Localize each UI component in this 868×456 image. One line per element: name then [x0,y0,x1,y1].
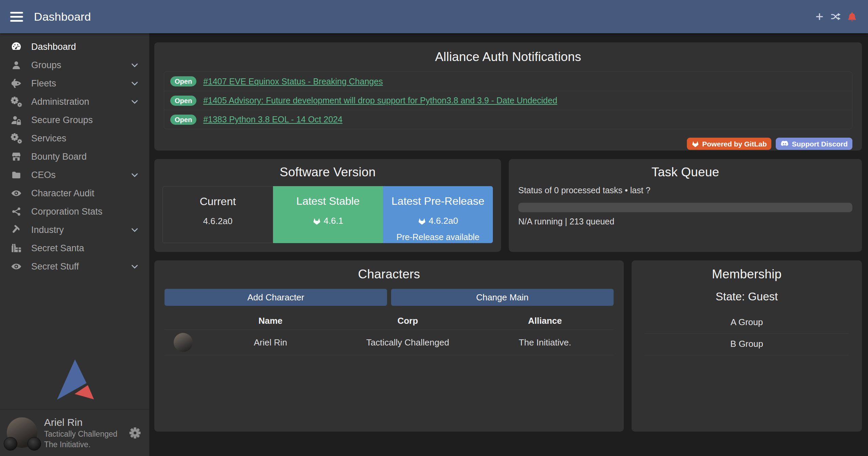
corp-logo [4,437,17,451]
discord-icon [780,141,789,147]
sidebar-item-label: Secret Stuff [31,261,79,272]
main-content: Alliance Auth Notifications Open #1407 E… [149,33,868,456]
notification-link[interactable]: #1405 Advisory: Future development will … [203,96,557,105]
user-name: Ariel Rin [44,417,117,428]
version-stable: Latest Stable 4.6.1 [273,186,383,243]
sidebar: Dashboard Groups Fleets Administration S… [0,33,149,456]
sidebar-item-label: CEOs [31,170,56,180]
menu-hamburger-icon[interactable] [10,12,23,22]
gears-icon [9,96,23,108]
characters-table: Name Corp Alliance Ariel Rin Tactically … [165,312,614,355]
notifications-title: Alliance Auth Notifications [164,50,852,64]
sidebar-item-label: Secret Santa [31,243,84,254]
hammer-icon [9,224,23,236]
navbar-left: Dashboard [10,10,91,23]
software-version-title: Software Version [154,165,501,179]
sidebar-item-label: Dashboard [31,42,76,52]
task-queue-title: Task Queue [518,165,852,179]
chevron-down-icon [130,225,139,234]
sidebar-item-services[interactable]: Services [0,129,149,147]
sidebar-item-secret-stuff[interactable]: Secret Stuff [0,257,149,276]
membership-groups: A Group B Group [644,312,849,355]
sidebar-item-secret-santa[interactable]: Secret Santa [0,239,149,257]
characters-panel: Characters Add Character Change Main Nam… [154,260,624,432]
sidebar-item-fleets[interactable]: Fleets [0,74,149,93]
membership-state: State: Guest [640,290,854,303]
gitlab-badge[interactable]: Powered by GitLab [687,138,771,150]
character-row: Ariel Rin Tactically Challenged The Init… [165,330,614,355]
characters-title: Characters [165,267,614,281]
sidebar-item-label: Fleets [31,78,56,89]
sidebar-item-label: Groups [31,60,61,71]
share-icon [9,205,23,218]
column-header-alliance: Alliance [476,316,614,326]
character-portrait [174,333,193,352]
gitlab-badge-label: Powered by GitLab [702,140,767,147]
chevron-down-icon [130,262,139,271]
version-stable-label: Latest Stable [273,195,383,207]
membership-group-item: A Group [644,312,849,334]
shuffle-icon[interactable] [830,11,842,22]
sidebar-item-label: Bounty Board [31,152,87,162]
sidebar-item-character-audit[interactable]: Character Audit [0,184,149,202]
user-icon [9,59,23,71]
add-icon[interactable] [814,11,825,22]
membership-group-item: B Group [644,334,849,355]
sidebar-item-administration[interactable]: Administration [0,93,149,111]
version-prerelease: Latest Pre-Release 4.6.2a0 Pre-Release a… [383,186,493,243]
gauge-icon [9,41,23,53]
chevron-down-icon [130,79,139,88]
add-character-button[interactable]: Add Character [165,289,387,306]
sidebar-item-industry[interactable]: Industry [0,221,149,239]
sidebar-menu: Dashboard Groups Fleets Administration S… [0,33,149,276]
sidebar-item-bounty-board[interactable]: Bounty Board [0,147,149,166]
notification-row: Open #1405 Advisory: Future development … [164,91,852,110]
alliance-logo [27,437,41,451]
version-stable-value: 4.6.1 [324,216,343,226]
version-prerelease-value: 4.6.2a0 [429,216,458,226]
status-badge: Open [170,76,196,86]
user-settings-gear-icon[interactable] [129,427,141,439]
notification-link[interactable]: #1383 Python 3.8 EOL - 14 Oct 2024 [203,115,342,124]
spaceship-icon [9,77,23,90]
alliance-auth-logo [0,359,149,401]
eye-icon [9,187,23,199]
sidebar-item-groups[interactable]: Groups [0,56,149,74]
version-prerelease-label: Latest Pre-Release [383,195,493,207]
discord-badge-label: Support Discord [792,140,848,147]
gifts-icon [9,242,23,254]
prerelease-note: Pre-Release available [383,232,493,242]
change-main-button[interactable]: Change Main [391,289,614,306]
navbar-right [814,11,858,22]
eye-icon [9,260,23,273]
software-version-panel: Software Version Current 4.6.2a0 Latest … [154,159,501,252]
status-badge: Open [170,96,196,106]
task-progress-bar [518,203,852,212]
sidebar-item-dashboard[interactable]: Dashboard [0,38,149,56]
notifications-list: Open #1407 EVE Equinox Status - Breaking… [164,72,852,129]
status-badge: Open [170,115,196,125]
page-title: Dashboard [34,10,91,23]
sidebar-item-label: Industry [31,225,64,235]
user-meta: Ariel Rin Tactically Challenged The Init… [44,417,117,449]
user-corp: Tactically Challenged [44,430,117,439]
notifications-bell-icon[interactable] [846,11,858,22]
notification-link[interactable]: #1407 EVE Equinox Status - Breaking Chan… [203,77,383,86]
chevron-down-icon [130,97,139,106]
chevron-down-icon [130,61,139,70]
sidebar-item-label: Services [31,133,66,144]
discord-badge[interactable]: Support Discord [776,138,852,150]
sidebar-item-corporation-stats[interactable]: Corporation Stats [0,202,149,221]
gitlab-icon [313,217,321,225]
character-corp: Tactically Challenged [339,337,477,348]
version-current: Current 4.6.2a0 [162,186,273,243]
notification-row: Open #1383 Python 3.8 EOL - 14 Oct 2024 [164,110,852,129]
gears-icon [9,132,23,144]
character-buttons: Add Character Change Main [165,289,614,306]
notifications-footer: Powered by GitLab Support Discord [164,138,852,150]
sidebar-item-secure-groups[interactable]: Secure Groups [0,111,149,129]
navbar: Dashboard [0,0,868,33]
character-alliance: The Initiative. [476,337,614,348]
sidebar-item-ceos[interactable]: CEOs [0,166,149,184]
character-name: Ariel Rin [202,337,339,348]
